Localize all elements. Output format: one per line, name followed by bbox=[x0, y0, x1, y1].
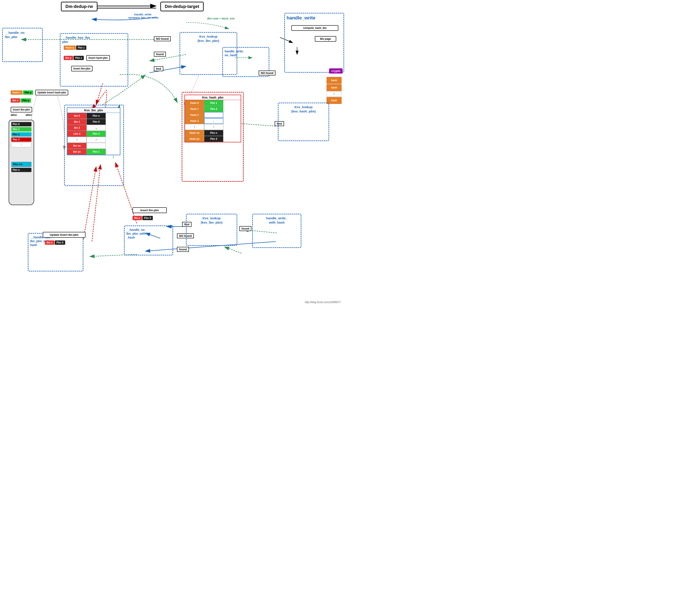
hash-bar-1: hash bbox=[327, 77, 342, 84]
handle-write-with-hash-label: handle_write_with_hash bbox=[253, 214, 301, 226]
hash-bar-2: hash bbox=[327, 84, 342, 91]
hash-bar-dot: · bbox=[327, 91, 342, 96]
pbn3-block: Pbn 3 bbox=[11, 138, 32, 142]
no-found-top-label: NO found bbox=[154, 36, 171, 41]
pbn0-hash-cell: Pbn 0 bbox=[204, 136, 223, 142]
pbn0-tag-bottom: Pbn 0 bbox=[142, 216, 153, 220]
pbn-y-tag-1: Pbn y bbox=[23, 90, 33, 95]
bio-page-box: Bio page bbox=[315, 36, 336, 42]
white-cell-1 bbox=[87, 143, 106, 149]
hash2-cell: Hash 2 bbox=[185, 112, 204, 118]
handle-no-lbn-pbn-label: __handle_no_lbn_pbn bbox=[3, 29, 42, 41]
pbn1-cell: Pbn 1 bbox=[87, 149, 106, 155]
pbn-n-cell-1: Pbn n bbox=[87, 113, 106, 119]
lbn-y-tag: lbn y bbox=[64, 56, 73, 60]
kvs-lookup-lbn-bottom-box: Kvs_lookup(kvs_lbn_pbn) bbox=[186, 214, 237, 246]
lbn-e-pbn0-bottom-row: lbn e Pbn 0 bbox=[132, 216, 153, 220]
insert-lbn-pbn-top-box: Insert lbn-pbn bbox=[71, 66, 93, 71]
handle-write-with-hash-box: handle_write_with_hash bbox=[252, 214, 302, 248]
alloc-left-label: alloc bbox=[11, 113, 17, 116]
kvs-lbn-pbn-title: Kvs_lbn_pbn bbox=[67, 108, 120, 113]
kvs-lookup-lbn-bottom-label: Kvs_lookup(kvs_lbn_pbn) bbox=[187, 214, 237, 226]
hash-z-row: Hash z Pbn y Update Insert hash-pbn bbox=[11, 90, 68, 95]
handle-write-label: handle_write bbox=[287, 15, 315, 21]
hash-z-tag: Hash z bbox=[11, 90, 22, 95]
dot-cell-2: · bbox=[67, 137, 87, 143]
handle-no-lbn-pbn-box: __handle_no_lbn_pbn bbox=[2, 28, 43, 62]
hash-q-row: Hash q Pbn z bbox=[64, 46, 87, 50]
bio-size-label: Bio->size < block_size bbox=[207, 17, 235, 20]
lbn-x-row: lbn x Pbn y bbox=[11, 98, 32, 103]
lbn-y-row: lbn y Pbn z Insert hash-pbn bbox=[64, 55, 110, 61]
pbn2-block: Pbn 2 bbox=[11, 132, 32, 137]
handle-has-lbn-pbn-label: __handle_has_lbn_pbn bbox=[60, 34, 128, 46]
dot-cell-1: . bbox=[87, 125, 106, 131]
found-right-label: found bbox=[239, 226, 251, 231]
crypto-label: crypto bbox=[329, 68, 343, 74]
update-insert-hash-pbn-label: Update Insert hash-pbn bbox=[35, 90, 68, 95]
handle-has-lbn-pbn-with-hash-box: __handle_has_lbn_pbn_with_hash bbox=[28, 233, 84, 271]
lbn-e-tag-bottom: lbn e bbox=[132, 216, 142, 220]
pbn3-cell: Pbn 3 bbox=[87, 131, 106, 137]
hash0-cell: Hash 0 bbox=[185, 100, 204, 106]
compute-hash-bio-box: compute_hash_bio bbox=[291, 25, 339, 31]
insert-lbn-pbn-left-box: Insert lbn-pbn bbox=[11, 107, 32, 112]
kvs-lbn-pbn-outer: Kvs_lbn_pbn lbn 0 Pbn n lbn 1 Pbn 0 lbn … bbox=[64, 105, 124, 186]
insert-lbn-pbn-bottom-box: Insert lbn-pbn bbox=[132, 207, 167, 213]
kvs-lookup-hash-label: Kvs_lookup(kvs_hash_pbn) bbox=[278, 103, 329, 115]
found-top-label: found bbox=[154, 52, 166, 57]
hash-sidebar: hash hash · hash bbox=[327, 77, 342, 104]
url-label: http://blog.51cto.com/12580077 bbox=[305, 301, 341, 304]
hash-xn-cell: Hash xn bbox=[185, 130, 204, 136]
kvs-hash-pbn-title: Kvs_hash_pbn bbox=[185, 95, 241, 100]
handle-write-no-hash-label: handle_write_no_hash bbox=[223, 48, 269, 59]
handle-has-lbn-pbn-box: __handle_has_lbn_pbn Hash q Pbn z lbn y … bbox=[60, 33, 128, 87]
lbn2-cell: lbn 2 bbox=[67, 125, 87, 131]
find-top-label: find bbox=[154, 66, 163, 71]
pbn0-block: Pbn 0 bbox=[11, 122, 32, 126]
svg-line-22 bbox=[224, 247, 241, 253]
compute-hash-bio-label: compute_hash_bio bbox=[303, 26, 326, 30]
lbn3-cell: Lbn 3 bbox=[67, 131, 87, 137]
handle-no-lbn-pbn-with-hash-box: __handle_no_lbn_pbn_with_hash bbox=[124, 225, 173, 255]
dm-dedup-rw-label: Dm-dedup-rw bbox=[66, 4, 93, 9]
hash3-cell: Hash 3 bbox=[185, 118, 204, 124]
pbn-dot-block: · bbox=[11, 143, 32, 147]
pbn-y-tag-2: Pbn y bbox=[20, 98, 31, 103]
ibn-e-tag: Ibn e bbox=[45, 240, 54, 245]
dot-cell-3: · bbox=[87, 137, 106, 143]
update-insert-lbn-pbn-box: Update Insert lbn-pbn bbox=[43, 232, 86, 238]
hash-q-tag: Hash q bbox=[64, 46, 76, 50]
handle-no-lbn-pbn-with-hash-label: __handle_no_lbn_pbn_with_hash bbox=[125, 226, 172, 241]
pbn0-ibn-tag: Pbn 0 bbox=[55, 240, 65, 245]
ibn-e-row: Ibn e Pbn 0 bbox=[45, 240, 66, 245]
handle-write-arrow-label: handle_write->prepare_bio_on_write bbox=[120, 13, 167, 19]
kvs-hash-pbn-table: Kvs_hash_pbn Hash 0 Pbn 1 Hash 1 Pbn 3 H… bbox=[184, 95, 241, 142]
kvs-lbn-pbn-table: Kvs_lbn_pbn lbn 0 Pbn n lbn 1 Pbn 0 lbn … bbox=[67, 108, 120, 155]
dm-dedup-target-box: Dm-dedup-target bbox=[160, 2, 204, 11]
lbn1-cell: lbn 1 bbox=[67, 119, 87, 125]
svg-line-18 bbox=[96, 83, 103, 105]
pbn-n1-block: Pbn n-1 bbox=[11, 162, 32, 167]
pbn-n-block: Pbn n bbox=[11, 168, 32, 172]
hash-yn-cell: Hash yn bbox=[185, 136, 204, 142]
kvs-hash-pbn-outer: Kvs_hash_pbn Hash 0 Pbn 1 Hash 1 Pbn 3 H… bbox=[182, 92, 244, 182]
kvs-lookup-hash-box: Kvs_lookup(kvs_hash_pbn) bbox=[278, 103, 329, 141]
no-found-right-label: NO found bbox=[259, 71, 275, 75]
pbn0-cell-kvs: Pbn 0 bbox=[87, 119, 106, 125]
diagram-container: Dm-dedup-rw Dm-dedup-target handle_write… bbox=[0, 0, 347, 308]
lbn-xn-cell: lbn xn bbox=[67, 143, 87, 149]
lbn-x-tag: lbn x bbox=[11, 98, 20, 103]
pbn3-hash-cell: Pbn 3 bbox=[204, 106, 223, 112]
hash1-cell: Hash 1 bbox=[185, 106, 204, 112]
pbn-z-tag-2: Pbn z bbox=[74, 56, 84, 60]
found-bottom-label: found bbox=[177, 247, 189, 252]
bio-page-label: Bio page bbox=[320, 37, 331, 40]
handle-write-box: handle_write compute_hash_bio Bio page bbox=[284, 13, 344, 73]
blue-cell-1 bbox=[204, 112, 223, 118]
insert-hash-pbn-label: Insert hash-pbn bbox=[86, 55, 110, 61]
alloc-right-label: alloc bbox=[26, 113, 32, 116]
pbn1-hash-cell: Pbn 1 bbox=[204, 100, 223, 106]
kvs-lookup-lbn-label: Kvs_lookup(kvs_lbn_pbn) bbox=[180, 33, 237, 44]
blue-cell-2: . bbox=[204, 118, 223, 124]
